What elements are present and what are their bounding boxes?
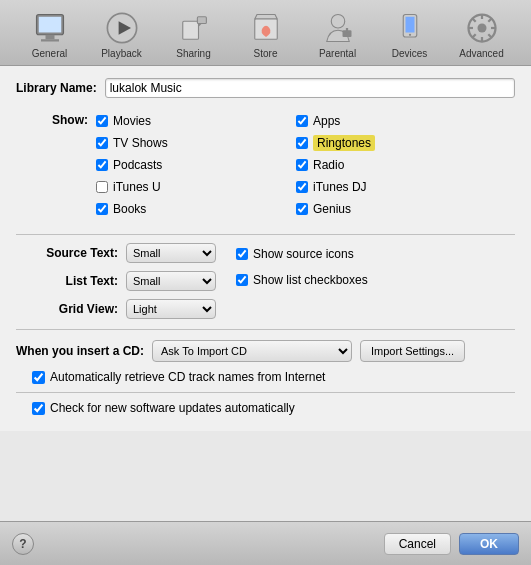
- show-genius-checkbox[interactable]: [296, 203, 308, 215]
- grid-view-row: Grid View: Light Dark: [16, 299, 216, 319]
- show-right-checkboxes: Apps Ringtones Radio iTunes DJ Genius: [296, 112, 375, 218]
- svg-rect-6: [182, 21, 198, 39]
- bottom-bar: ? Cancel OK: [0, 521, 531, 565]
- library-name-input[interactable]: [105, 78, 515, 98]
- show-apps-row: Apps: [296, 112, 375, 130]
- grid-view-select[interactable]: Light Dark: [126, 299, 216, 319]
- auto-retrieve-row: Automatically retrieve CD track names fr…: [16, 370, 515, 384]
- advanced-label: Advanced: [459, 48, 503, 59]
- show-list-checkboxes-label: Show list checkboxes: [253, 273, 368, 287]
- show-tvshows-checkbox[interactable]: [96, 137, 108, 149]
- svg-rect-7: [197, 17, 206, 24]
- store-label: Store: [254, 48, 278, 59]
- toolbar: General Playback Sharing: [0, 0, 531, 66]
- show-books-row: Books: [96, 200, 256, 218]
- show-ringtones-row: Ringtones: [296, 134, 375, 152]
- dropdown-left: Source Text: Small Medium Large List Tex…: [16, 243, 216, 319]
- updates-label: Check for new software updates automatic…: [50, 401, 295, 415]
- source-text-row: Source Text: Small Medium Large: [16, 243, 216, 263]
- playback-label: Playback: [101, 48, 142, 59]
- show-itunesu-checkbox[interactable]: [96, 181, 108, 193]
- advanced-icon: [464, 10, 500, 46]
- show-ringtones-checkbox[interactable]: [296, 137, 308, 149]
- list-text-row: List Text: Small Medium Large: [16, 271, 216, 291]
- grid-view-label: Grid View:: [16, 302, 126, 316]
- show-section: Show: Movies TV Shows Podcasts iTunes U …: [16, 112, 515, 218]
- cd-select[interactable]: Ask To Import CD Begin Playing Import CD…: [152, 340, 352, 362]
- list-text-label: List Text:: [16, 274, 126, 288]
- show-apps-label: Apps: [313, 114, 340, 128]
- svg-rect-11: [345, 28, 347, 33]
- import-settings-button[interactable]: Import Settings...: [360, 340, 465, 362]
- sharing-label: Sharing: [176, 48, 210, 59]
- show-itunesdj-checkbox[interactable]: [296, 181, 308, 193]
- source-text-select[interactable]: Small Medium Large: [126, 243, 216, 263]
- dropdown-right-checkboxes: Show source icons Show list checkboxes: [236, 243, 368, 289]
- svg-rect-2: [45, 35, 54, 40]
- show-source-icons-checkbox[interactable]: [236, 248, 248, 260]
- show-label: Show:: [16, 113, 96, 218]
- show-itunesu-row: iTunes U: [96, 178, 256, 196]
- svg-line-23: [488, 18, 491, 21]
- show-movies-checkbox[interactable]: [96, 115, 108, 127]
- ok-button[interactable]: OK: [459, 533, 519, 555]
- divider-1: [16, 234, 515, 235]
- library-name-label: Library Name:: [16, 81, 97, 95]
- toolbar-sharing[interactable]: Sharing: [158, 6, 230, 61]
- svg-rect-13: [405, 17, 414, 33]
- dropdowns-section: Source Text: Small Medium Large List Tex…: [16, 243, 515, 329]
- show-list-checkboxes-row: Show list checkboxes: [236, 271, 368, 289]
- toolbar-advanced[interactable]: Advanced: [446, 6, 518, 61]
- svg-point-9: [331, 15, 345, 29]
- show-apps-checkbox[interactable]: [296, 115, 308, 127]
- general-label: General: [32, 48, 68, 59]
- show-podcasts-row: Podcasts: [96, 156, 256, 174]
- toolbar-parental[interactable]: Parental: [302, 6, 374, 61]
- cancel-button[interactable]: Cancel: [384, 533, 451, 555]
- show-genius-row: Genius: [296, 200, 375, 218]
- svg-point-14: [408, 34, 410, 36]
- show-movies-label: Movies: [113, 114, 151, 128]
- show-genius-label: Genius: [313, 202, 351, 216]
- library-name-row: Library Name:: [16, 78, 515, 98]
- store-icon: [248, 10, 284, 46]
- show-left-checkboxes: Movies TV Shows Podcasts iTunes U Books: [96, 112, 256, 218]
- svg-point-16: [477, 24, 486, 33]
- devices-icon: [392, 10, 428, 46]
- show-podcasts-checkbox[interactable]: [96, 159, 108, 171]
- toolbar-devices[interactable]: Devices: [374, 6, 446, 61]
- svg-line-22: [488, 34, 491, 37]
- auto-retrieve-checkbox[interactable]: [32, 371, 45, 384]
- show-radio-checkbox[interactable]: [296, 159, 308, 171]
- show-itunesdj-row: iTunes DJ: [296, 178, 375, 196]
- updates-row: Check for new software updates automatic…: [16, 401, 515, 415]
- svg-line-21: [472, 18, 475, 21]
- main-content: Library Name: Show: Movies TV Shows Podc…: [0, 66, 531, 431]
- svg-line-24: [472, 34, 475, 37]
- toolbar-general[interactable]: General: [14, 6, 86, 61]
- show-podcasts-label: Podcasts: [113, 158, 162, 172]
- show-source-icons-row: Show source icons: [236, 245, 368, 263]
- bottom-buttons: Cancel OK: [384, 533, 519, 555]
- source-text-label: Source Text:: [16, 246, 126, 260]
- show-itunesu-label: iTunes U: [113, 180, 161, 194]
- show-list-checkboxes-checkbox[interactable]: [236, 274, 248, 286]
- list-text-select[interactable]: Small Medium Large: [126, 271, 216, 291]
- toolbar-store[interactable]: Store: [230, 6, 302, 61]
- cd-row: When you insert a CD: Ask To Import CD B…: [16, 340, 515, 362]
- playback-icon: [104, 10, 140, 46]
- updates-checkbox[interactable]: [32, 402, 45, 415]
- show-tvshows-row: TV Shows: [96, 134, 256, 152]
- show-tvshows-label: TV Shows: [113, 136, 168, 150]
- cd-section: When you insert a CD: Ask To Import CD B…: [16, 329, 515, 384]
- sharing-icon: [176, 10, 212, 46]
- parental-label: Parental: [319, 48, 356, 59]
- cd-label: When you insert a CD:: [16, 344, 144, 358]
- show-books-label: Books: [113, 202, 146, 216]
- show-books-checkbox[interactable]: [96, 203, 108, 215]
- toolbar-playback[interactable]: Playback: [86, 6, 158, 61]
- svg-rect-3: [41, 39, 59, 41]
- help-button[interactable]: ?: [12, 533, 34, 555]
- updates-section: Check for new software updates automatic…: [16, 392, 515, 415]
- devices-label: Devices: [392, 48, 428, 59]
